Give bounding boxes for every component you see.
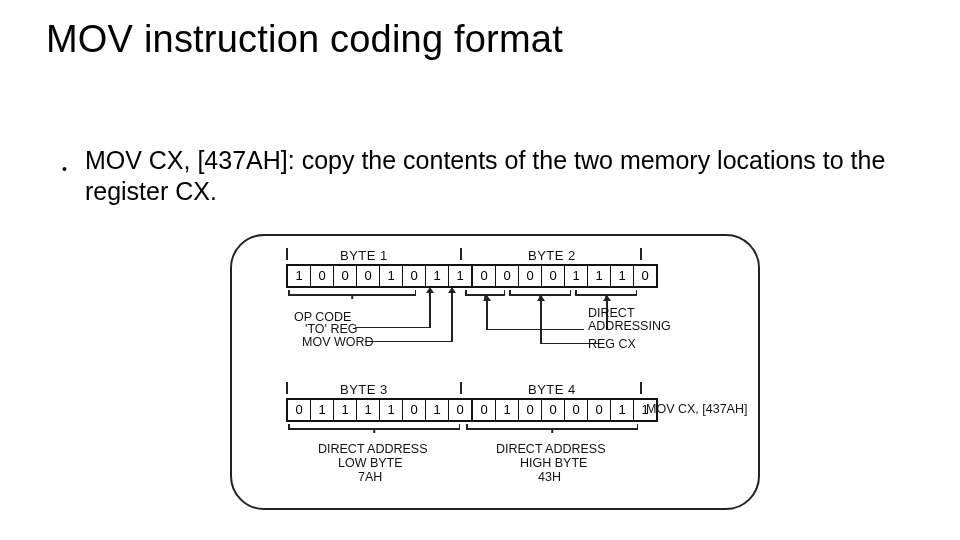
sep-mid-2 [460,382,462,394]
mov-side-label: MOV CX, [437AH] [646,402,747,416]
bit-cell: 0 [519,266,542,286]
bit-cell: 0 [542,266,565,286]
bit-cell: 0 [565,400,588,420]
sep-mid-1 [460,248,462,260]
bit-cell: 1 [449,266,473,286]
ann-high-1: DIRECT ADDRESS [496,442,606,456]
bit-cell: 1 [565,266,588,286]
bit-cell: 0 [311,266,334,286]
ann-regcx: REG CX [588,337,636,351]
ann-low-3: 7AH [358,470,382,484]
bit-cell: 0 [634,266,656,286]
bit-cell: 0 [334,266,357,286]
ann-low-1: DIRECT ADDRESS [318,442,428,456]
brace-lowbyte [288,424,460,432]
bit-cell: 0 [588,400,611,420]
arrow-direct-a [486,300,488,330]
bit-cell: 0 [473,266,496,286]
bitrow-1: 1000101100001110 [286,264,658,288]
bit-cell: 0 [496,266,519,286]
sep-left-1 [286,248,288,260]
bit-cell: 1 [496,400,519,420]
byte3-label: BYTE 3 [340,382,388,397]
arrow-regcx [540,300,542,344]
bit-cell: 1 [426,400,449,420]
bit-cell: 1 [357,400,380,420]
sep-left-2 [286,382,288,394]
ann-low-2: LOW BYTE [338,456,403,470]
bit-cell: 1 [334,400,357,420]
bit-cell: 1 [380,400,403,420]
ann-addressing: ADDRESSING [588,319,671,333]
ann-high-3: 43H [538,470,561,484]
instruction-diagram: BYTE 1 BYTE 2 1000101100001110 OP CODE '… [230,234,760,510]
byte4-label: BYTE 4 [528,382,576,397]
byte1-label: BYTE 1 [340,248,388,263]
brace-opcode [288,290,416,298]
ann-high-2: HIGH BYTE [520,456,587,470]
sep-right-2 [640,382,642,394]
bit-cell: 0 [519,400,542,420]
bullet-dot-icon: • [62,161,67,179]
bullet-text: MOV CX, [437AH]: copy the contents of th… [85,145,920,208]
ann-direct: DIRECT [588,306,635,320]
arrow-to-reg [429,292,431,328]
slide: MOV instruction coding format • MOV CX, … [0,0,960,540]
bit-cell: 0 [403,400,426,420]
bullet-row: • MOV CX, [437AH]: copy the contents of … [62,145,920,208]
bit-cell: 1 [311,400,334,420]
sep-right-1 [640,248,642,260]
bit-cell: 1 [426,266,449,286]
bit-cell: 0 [288,400,311,420]
page-title: MOV instruction coding format [46,18,563,61]
bit-cell: 0 [542,400,565,420]
arrow-mov-word [451,292,453,342]
ann-toreg: 'TO' REG [305,322,357,336]
brace-highbyte [466,424,638,432]
bit-cell: 0 [357,266,380,286]
bit-cell: 1 [588,266,611,286]
bit-cell: 1 [288,266,311,286]
bit-cell: 0 [403,266,426,286]
bit-cell: 1 [611,400,634,420]
bit-cell: 1 [611,266,634,286]
bit-cell: 1 [380,266,403,286]
byte2-label: BYTE 2 [528,248,576,263]
bitrow-2: 0111101001000011 [286,398,658,422]
bit-cell: 0 [473,400,496,420]
bit-cell: 0 [449,400,473,420]
ann-movword: MOV WORD [302,335,374,349]
